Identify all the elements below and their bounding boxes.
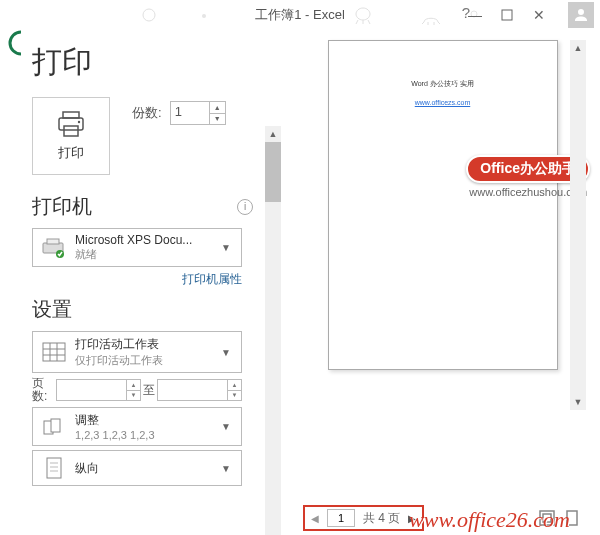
svg-point-7 — [78, 121, 80, 123]
print-scope-dropdown[interactable]: 打印活动工作表 仅打印活动工作表 ▼ — [32, 331, 242, 373]
prev-page-button[interactable]: ◀ — [311, 513, 319, 524]
settings-scrollbar[interactable]: ▲ — [265, 126, 281, 535]
preview-text-2: www.officezs.com — [415, 99, 471, 106]
pages-label: 页数: — [32, 377, 54, 403]
preview-text-1: Word 办公技巧 实用 — [411, 79, 474, 89]
settings-section-title: 设置 — [32, 296, 72, 323]
printer-section-title: 打印机 — [32, 193, 92, 220]
page-from-input[interactable]: ▲▼ — [56, 379, 141, 401]
scroll-thumb[interactable] — [265, 142, 281, 202]
print-button-label: 打印 — [58, 144, 84, 162]
info-icon[interactable]: i — [237, 199, 253, 215]
chevron-down-icon: ▼ — [217, 242, 235, 253]
chevron-down-icon: ▼ — [217, 463, 235, 474]
chevron-down-icon: ▼ — [217, 421, 235, 432]
scroll-up-arrow[interactable]: ▲ — [570, 40, 586, 56]
restore-button[interactable] — [494, 5, 520, 25]
window-title: 工作簿1 - Excel — [255, 6, 345, 24]
print-scope-line1: 打印活动工作表 — [75, 336, 217, 353]
svg-rect-11 — [43, 343, 65, 361]
scroll-up-arrow[interactable]: ▲ — [265, 126, 281, 142]
page-to-input[interactable]: ▲▼ — [157, 379, 242, 401]
print-scope-line2: 仅打印活动工作表 — [75, 353, 217, 368]
footer-watermark: www.office26.com — [409, 507, 570, 533]
print-preview-page: Word 办公技巧 实用 www.officezs.com — [328, 40, 558, 370]
account-avatar[interactable] — [568, 2, 594, 28]
chevron-up-icon[interactable]: ▲ — [210, 102, 225, 114]
page-title: 打印 — [32, 42, 285, 83]
print-button[interactable]: 打印 — [32, 97, 110, 175]
printer-dropdown[interactable]: Microsoft XPS Docu... 就绪 ▼ — [32, 228, 242, 267]
current-page-input[interactable] — [327, 509, 355, 527]
sheet-icon — [39, 339, 69, 365]
scroll-down-arrow[interactable]: ▼ — [570, 394, 586, 410]
svg-rect-5 — [59, 118, 83, 130]
copies-spinner[interactable]: 1 ▲▼ — [170, 101, 226, 125]
chevron-down-icon[interactable]: ▼ — [210, 114, 225, 125]
printer-properties-link[interactable]: 打印机属性 — [32, 271, 242, 288]
orientation-portrait-icon — [39, 455, 69, 481]
svg-rect-3 — [502, 10, 512, 20]
page-total-label: 共 4 页 — [363, 510, 400, 527]
preview-scrollbar[interactable]: ▲ ▼ — [570, 40, 586, 410]
chevron-down-icon: ▼ — [217, 347, 235, 358]
orientation-line1: 纵向 — [75, 460, 217, 477]
collate-line2: 1,2,3 1,2,3 1,2,3 — [75, 429, 217, 441]
orientation-dropdown[interactable]: 纵向 ▼ — [32, 450, 242, 486]
svg-rect-4 — [63, 112, 79, 118]
copies-label: 份数: — [132, 104, 162, 122]
collate-icon — [39, 414, 69, 440]
printer-name: Microsoft XPS Docu... — [75, 233, 217, 247]
svg-rect-9 — [47, 239, 59, 244]
printer-status: 就绪 — [75, 247, 217, 262]
close-button[interactable]: ✕ — [526, 5, 552, 25]
pages-to-label: 至 — [143, 382, 155, 399]
svg-rect-6 — [64, 126, 78, 136]
copies-value[interactable]: 1 — [171, 102, 209, 124]
collate-line1: 调整 — [75, 412, 217, 429]
printer-icon — [55, 110, 87, 138]
page-nav-highlight: ◀ 共 4 页 ▶ — [303, 505, 424, 531]
printer-device-icon — [39, 235, 69, 261]
svg-rect-18 — [47, 458, 61, 478]
minimize-button[interactable]: ― — [462, 5, 488, 25]
svg-rect-17 — [51, 419, 60, 432]
collate-dropdown[interactable]: 调整 1,2,3 1,2,3 1,2,3 ▼ — [32, 407, 242, 446]
